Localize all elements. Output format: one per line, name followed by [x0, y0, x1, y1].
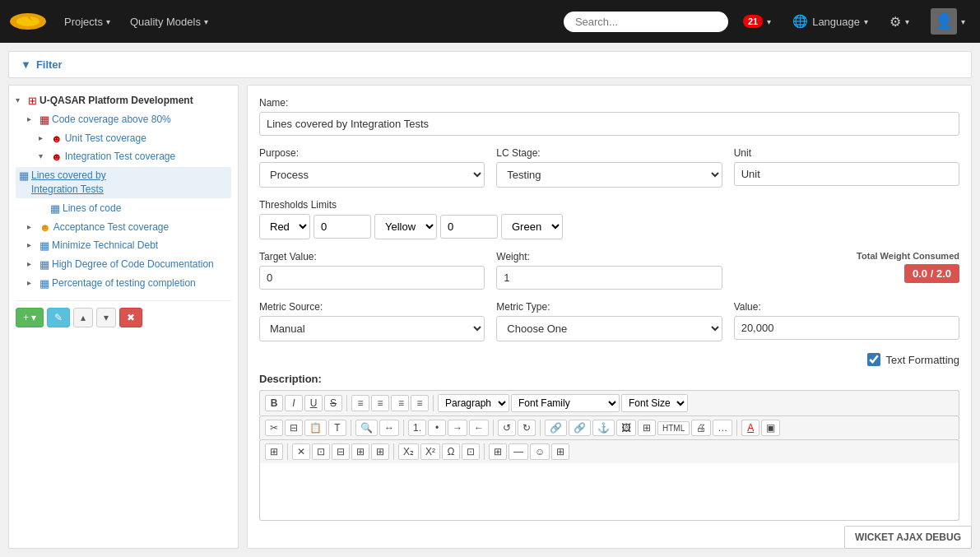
metric-source-select[interactable]: Manual Automatic [259, 316, 485, 341]
list-item[interactable]: ▸ ▦ Percentage of testing completion [16, 275, 231, 292]
html-button[interactable]: HTML [657, 421, 690, 435]
value-label: Value: [734, 301, 959, 313]
metric-type-select[interactable]: Choose One Count Ratio Percentage [496, 316, 722, 341]
move-down-button[interactable]: ▾ [96, 308, 116, 327]
notification-bell[interactable]: 21 ▾ [736, 12, 778, 31]
purpose-select[interactable]: Process Product People [259, 162, 485, 188]
italic-button[interactable]: I [285, 395, 303, 411]
quality-models-menu[interactable]: Quality Models ▾ [122, 11, 216, 33]
undo-button[interactable]: ↺ [498, 420, 516, 436]
replace-button[interactable]: ↔ [379, 420, 399, 436]
list-item[interactable]: ▾ ☻ Integration Test coverage [16, 148, 231, 165]
list-item[interactable]: ▸ ☻ Unit Test coverage [16, 130, 231, 147]
find-button[interactable]: 🔍 [355, 420, 378, 436]
underline-button[interactable]: U [304, 395, 323, 411]
format-btn4[interactable]: ⊞ [351, 443, 369, 460]
list-item[interactable]: ▸ ▦ Minimize Technical Debt [16, 237, 231, 254]
filter-button[interactable]: Filter [36, 58, 63, 71]
table-button[interactable]: ⊞ [638, 420, 656, 436]
node-toggle[interactable]: ▸ [27, 222, 37, 231]
text-formatting-label[interactable]: Text Formatting [885, 354, 959, 366]
settings-menu[interactable]: ⚙ ▾ [883, 11, 916, 33]
threshold-red-input[interactable] [314, 215, 371, 239]
align-right-button[interactable]: ≡ [391, 395, 409, 411]
add-button[interactable]: + ▾ [16, 308, 44, 327]
source-button[interactable]: ⊞ [265, 443, 283, 460]
lc-stage-select[interactable]: Testing Development Design [496, 162, 722, 188]
table-insert2[interactable]: ⊞ [489, 443, 507, 460]
format-btn3[interactable]: ⊟ [332, 443, 350, 460]
node-toggle[interactable]: ▸ [27, 259, 37, 268]
outdent-button[interactable]: ← [469, 420, 489, 436]
node-toggle[interactable]: ▸ [39, 133, 49, 142]
unlink-button[interactable]: 🔗 [569, 420, 591, 436]
edit-button[interactable]: ✎ [47, 308, 70, 327]
search-input[interactable] [564, 12, 728, 32]
name-input[interactable] [259, 112, 959, 136]
font-size-select[interactable]: Font Size 10 12 14 [621, 394, 688, 412]
more-button[interactable]: … [713, 420, 732, 436]
bg-color-button[interactable]: ▣ [761, 420, 780, 436]
smileys-button[interactable]: ☺ [530, 443, 550, 460]
text-formatting-checkbox[interactable] [867, 353, 880, 366]
superscript-button[interactable]: X² [420, 443, 440, 460]
weight-input[interactable] [496, 266, 722, 290]
ul-button[interactable]: • [428, 420, 446, 436]
paste-button[interactable]: 📋 [304, 420, 327, 436]
unit-input[interactable] [734, 162, 959, 186]
font-color-button[interactable]: A [741, 420, 759, 436]
list-item[interactable]: ▦ Lines covered byIntegration Tests [16, 167, 231, 198]
tree-root[interactable]: ▾ ⊞ U-QASAR Platform Development [16, 92, 231, 109]
indent-button[interactable]: → [448, 420, 467, 436]
node-toggle[interactable]: ▸ [27, 240, 37, 249]
print-button[interactable]: 🖨 [691, 420, 711, 436]
maximize-button[interactable]: ⊡ [462, 443, 480, 460]
font-family-select[interactable]: Font Family Arial Times New Roman [511, 394, 620, 412]
redo-button[interactable]: ↻ [518, 420, 536, 436]
list-item[interactable]: ▸ ▦ Code coverage above 80% [16, 111, 231, 128]
paste-text-button[interactable]: T [328, 420, 346, 436]
image-button[interactable]: 🖼 [616, 420, 636, 436]
align-center-button[interactable]: ≡ [371, 395, 389, 411]
clear-format-button[interactable]: ✕ [292, 443, 310, 460]
wicket-ajax-debug-button[interactable]: WICKET AJAX DEBUG [844, 526, 972, 549]
threshold-red-select[interactable]: Red [259, 214, 310, 239]
list-item[interactable]: ▦ Lines of code [16, 200, 231, 217]
move-up-button[interactable]: ▴ [73, 308, 93, 327]
threshold-yellow-select[interactable]: Yellow [374, 214, 437, 239]
special-char-button[interactable]: Ω [442, 443, 460, 460]
copy-button[interactable]: ⊟ [285, 420, 303, 436]
toolbar-separator [287, 443, 288, 460]
toolbar-separator [393, 443, 394, 460]
strikethrough-button[interactable]: S [324, 395, 342, 411]
logo[interactable] [8, 10, 48, 33]
threshold-green-select[interactable]: Green [501, 214, 563, 239]
delete-button[interactable]: ✖ [119, 308, 142, 327]
value-input[interactable] [734, 316, 959, 340]
align-left-button[interactable]: ≡ [351, 395, 369, 411]
anchor-button[interactable]: ⚓ [592, 420, 615, 436]
projects-menu[interactable]: Projects ▾ [56, 11, 118, 33]
bold-button[interactable]: B [265, 395, 283, 411]
target-input[interactable] [259, 266, 485, 290]
root-toggle[interactable]: ▾ [16, 95, 26, 104]
node-toggle[interactable]: ▸ [27, 114, 37, 123]
hr-button[interactable]: — [509, 443, 528, 460]
list-item[interactable]: ▸ ▦ High Degree of Code Documentation [16, 256, 231, 273]
format-btn2[interactable]: ⊡ [312, 443, 330, 460]
user-menu[interactable]: 👤 ▾ [924, 5, 972, 38]
threshold-yellow-input[interactable] [440, 215, 498, 239]
list-item[interactable]: ▸ ☻ Acceptance Test coverage [16, 219, 231, 236]
ol-button[interactable]: 1. [408, 420, 426, 436]
node-toggle[interactable]: ▸ [27, 278, 37, 287]
paragraph-select[interactable]: Paragraph Heading 1 Heading 2 [438, 394, 509, 412]
justify-button[interactable]: ≡ [411, 395, 429, 411]
cut-button[interactable]: ✂ [265, 420, 283, 436]
language-menu[interactable]: 🌐 Language ▾ [786, 11, 875, 32]
subscript-button[interactable]: X₂ [398, 443, 419, 460]
link-button[interactable]: 🔗 [545, 420, 567, 436]
node-toggle[interactable]: ▾ [39, 151, 49, 160]
format-btn5[interactable]: ⊞ [371, 443, 389, 460]
table-prop[interactable]: ⊞ [551, 443, 569, 460]
editor-area[interactable] [259, 463, 959, 521]
